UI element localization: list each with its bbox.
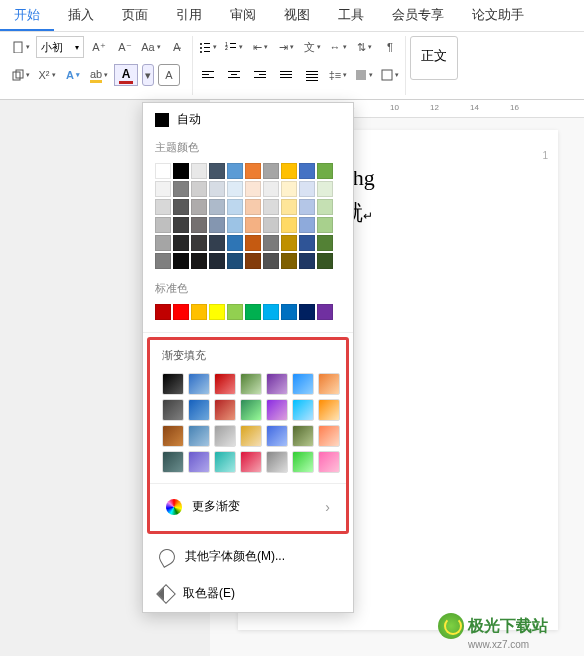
- gradient-swatch[interactable]: [214, 425, 236, 447]
- gradient-swatch[interactable]: [318, 399, 340, 421]
- style-normal-button[interactable]: 正文: [410, 36, 458, 80]
- color-swatch[interactable]: [191, 235, 207, 251]
- color-swatch[interactable]: [245, 217, 261, 233]
- copy-button[interactable]: [10, 64, 32, 86]
- color-swatch[interactable]: [155, 199, 171, 215]
- color-swatch[interactable]: [209, 253, 225, 269]
- tab-member[interactable]: 会员专享: [378, 0, 458, 31]
- color-swatch[interactable]: [191, 217, 207, 233]
- color-swatch[interactable]: [299, 304, 315, 320]
- gradient-swatch[interactable]: [240, 373, 262, 395]
- other-colors-item[interactable]: 其他字体颜色(M)...: [143, 538, 353, 575]
- color-swatch[interactable]: [317, 253, 333, 269]
- color-swatch[interactable]: [227, 163, 243, 179]
- color-swatch[interactable]: [191, 163, 207, 179]
- text-direction-button[interactable]: 文: [301, 36, 323, 58]
- gradient-swatch[interactable]: [188, 373, 210, 395]
- font-color-button[interactable]: A: [114, 64, 138, 86]
- color-swatch[interactable]: [299, 199, 315, 215]
- color-swatch[interactable]: [209, 163, 225, 179]
- color-swatch[interactable]: [281, 199, 297, 215]
- gradient-swatch[interactable]: [162, 425, 184, 447]
- sort-button[interactable]: ⇅: [353, 36, 375, 58]
- color-swatch[interactable]: [317, 163, 333, 179]
- gradient-swatch[interactable]: [266, 373, 288, 395]
- color-swatch[interactable]: [263, 304, 279, 320]
- gradient-swatch[interactable]: [188, 425, 210, 447]
- align-distribute-button[interactable]: [301, 64, 323, 86]
- color-swatch[interactable]: [299, 163, 315, 179]
- character-border-button[interactable]: A: [158, 64, 180, 86]
- text-effect-button[interactable]: A: [62, 64, 84, 86]
- color-swatch[interactable]: [173, 199, 189, 215]
- color-swatch[interactable]: [299, 235, 315, 251]
- gradient-swatch[interactable]: [188, 399, 210, 421]
- gradient-swatch[interactable]: [214, 373, 236, 395]
- indent-decrease-button[interactable]: ⇤: [249, 36, 271, 58]
- color-swatch[interactable]: [209, 199, 225, 215]
- highlight-button[interactable]: ab: [88, 64, 110, 86]
- color-swatch[interactable]: [281, 163, 297, 179]
- color-auto-item[interactable]: 自动: [143, 103, 353, 136]
- color-swatch[interactable]: [263, 163, 279, 179]
- align-left-button[interactable]: [197, 64, 219, 86]
- color-swatch[interactable]: [317, 217, 333, 233]
- color-swatch[interactable]: [191, 304, 207, 320]
- align-center-button[interactable]: [223, 64, 245, 86]
- tab-reference[interactable]: 引用: [162, 0, 216, 31]
- color-swatch[interactable]: [263, 253, 279, 269]
- color-swatch[interactable]: [227, 199, 243, 215]
- gradient-swatch[interactable]: [240, 451, 262, 473]
- color-swatch[interactable]: [245, 199, 261, 215]
- gradient-swatch[interactable]: [292, 451, 314, 473]
- color-swatch[interactable]: [299, 217, 315, 233]
- color-swatch[interactable]: [155, 181, 171, 197]
- color-swatch[interactable]: [263, 199, 279, 215]
- color-swatch[interactable]: [317, 304, 333, 320]
- color-swatch[interactable]: [245, 304, 261, 320]
- color-swatch[interactable]: [173, 304, 189, 320]
- gradient-swatch[interactable]: [214, 451, 236, 473]
- color-swatch[interactable]: [155, 235, 171, 251]
- color-swatch[interactable]: [317, 235, 333, 251]
- font-increase-button[interactable]: A⁺: [88, 36, 110, 58]
- gradient-swatch[interactable]: [214, 399, 236, 421]
- align-dist-button[interactable]: ↔: [327, 36, 349, 58]
- color-swatch[interactable]: [155, 163, 171, 179]
- line-spacing-button[interactable]: ‡≡: [327, 64, 349, 86]
- color-swatch[interactable]: [227, 181, 243, 197]
- tab-insert[interactable]: 插入: [54, 0, 108, 31]
- color-swatch[interactable]: [317, 181, 333, 197]
- tab-page[interactable]: 页面: [108, 0, 162, 31]
- gradient-swatch[interactable]: [318, 373, 340, 395]
- gradient-swatch[interactable]: [266, 399, 288, 421]
- color-swatch[interactable]: [173, 163, 189, 179]
- color-swatch[interactable]: [245, 235, 261, 251]
- paste-button[interactable]: [10, 36, 32, 58]
- color-swatch[interactable]: [173, 217, 189, 233]
- tab-paper[interactable]: 论文助手: [458, 0, 538, 31]
- color-swatch[interactable]: [263, 235, 279, 251]
- eyedropper-item[interactable]: 取色器(E): [143, 575, 353, 612]
- color-swatch[interactable]: [263, 217, 279, 233]
- color-swatch[interactable]: [155, 304, 171, 320]
- gradient-swatch[interactable]: [162, 399, 184, 421]
- color-swatch[interactable]: [317, 199, 333, 215]
- gradient-swatch[interactable]: [266, 451, 288, 473]
- color-swatch[interactable]: [227, 217, 243, 233]
- numbering-button[interactable]: 12: [223, 36, 245, 58]
- gradient-swatch[interactable]: [240, 399, 262, 421]
- borders-button[interactable]: [379, 64, 401, 86]
- color-swatch[interactable]: [281, 253, 297, 269]
- bullets-button[interactable]: [197, 36, 219, 58]
- superscript-button[interactable]: X²: [36, 64, 58, 86]
- font-size-select[interactable]: 小初: [36, 36, 84, 58]
- color-swatch[interactable]: [227, 304, 243, 320]
- color-swatch[interactable]: [299, 181, 315, 197]
- gradient-swatch[interactable]: [318, 425, 340, 447]
- color-swatch[interactable]: [155, 253, 171, 269]
- gradient-swatch[interactable]: [292, 425, 314, 447]
- color-swatch[interactable]: [173, 181, 189, 197]
- change-case-button[interactable]: Aa: [140, 36, 162, 58]
- color-swatch[interactable]: [245, 163, 261, 179]
